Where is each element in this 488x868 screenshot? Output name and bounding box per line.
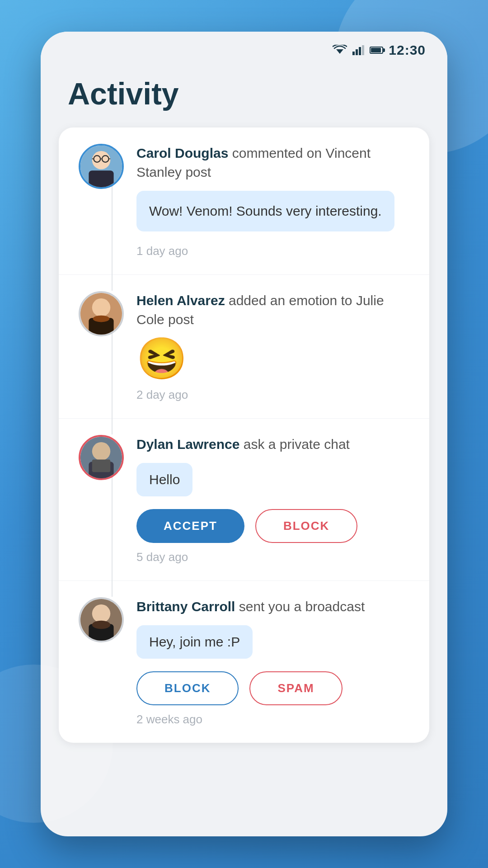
battery-icon bbox=[370, 47, 383, 54]
svg-rect-7 bbox=[89, 170, 113, 187]
svg-point-14 bbox=[92, 298, 110, 316]
svg-rect-20 bbox=[92, 460, 110, 472]
status-bar: 12:30 bbox=[41, 32, 447, 63]
svg-point-16 bbox=[93, 316, 110, 322]
battery-fill bbox=[371, 48, 381, 52]
helen-desc: Helen Alvarez added an emotion to Julie … bbox=[136, 291, 409, 329]
avatar-carol bbox=[79, 144, 124, 189]
activity-item-helen: Helen Alvarez added an emotion to Julie … bbox=[59, 275, 429, 419]
brittany-action: sent you a broadcast bbox=[239, 599, 365, 614]
svg-rect-3 bbox=[359, 47, 361, 55]
signal-icon bbox=[352, 45, 364, 55]
brittany-time: 2 weeks ago bbox=[136, 712, 409, 726]
avatar-brittany bbox=[79, 597, 124, 642]
svg-marker-0 bbox=[336, 49, 343, 54]
brittany-avatar-img bbox=[80, 599, 122, 641]
brittany-message: Hey, join me :P bbox=[136, 625, 253, 659]
status-time: 12:30 bbox=[389, 42, 426, 58]
svg-point-6 bbox=[92, 151, 110, 169]
wifi-icon bbox=[333, 45, 347, 56]
helen-emoji: 😆 bbox=[136, 338, 409, 379]
svg-rect-4 bbox=[362, 45, 364, 55]
dylan-actions: ACCEPT BLOCK bbox=[136, 509, 409, 543]
svg-point-18 bbox=[92, 442, 110, 460]
dylan-time: 5 day ago bbox=[136, 550, 409, 564]
brittany-username: Brittany Carroll bbox=[136, 599, 235, 614]
phone-frame: 12:30 Activity bbox=[41, 32, 447, 836]
helen-avatar-img bbox=[80, 293, 122, 335]
svg-rect-1 bbox=[352, 52, 355, 55]
svg-point-24 bbox=[92, 621, 110, 629]
status-icons: 12:30 bbox=[333, 42, 426, 58]
carol-desc: Carol Douglas commented on Vincent Stanl… bbox=[136, 144, 409, 182]
timeline-line-1 bbox=[112, 182, 113, 291]
svg-rect-2 bbox=[356, 49, 358, 55]
accept-button[interactable]: ACCEPT bbox=[136, 509, 244, 543]
dylan-action: ask a private chat bbox=[244, 437, 350, 452]
carol-username: Carol Douglas bbox=[136, 146, 228, 160]
carol-content: Carol Douglas commented on Vincent Stanl… bbox=[136, 144, 409, 258]
dylan-desc: Dylan Lawrence ask a private chat bbox=[136, 435, 409, 454]
activity-item-carol: Carol Douglas commented on Vincent Stanl… bbox=[59, 127, 429, 275]
carol-comment: Wow! Venom! Sounds very interesting. bbox=[136, 191, 394, 231]
activity-card: Carol Douglas commented on Vincent Stanl… bbox=[59, 127, 429, 743]
avatar-dylan bbox=[79, 435, 124, 480]
avatar-helen bbox=[79, 291, 124, 336]
brittany-actions: BLOCK SPAM bbox=[136, 671, 409, 705]
dylan-content: Dylan Lawrence ask a private chat Hello … bbox=[136, 435, 409, 564]
dylan-username: Dylan Lawrence bbox=[136, 437, 239, 452]
dylan-message: Hello bbox=[136, 463, 192, 496]
timeline-line-3 bbox=[112, 473, 113, 597]
brittany-content: Brittany Carroll sent you a broadcast He… bbox=[136, 597, 409, 726]
helen-content: Helen Alvarez added an emotion to Julie … bbox=[136, 291, 409, 402]
svg-point-22 bbox=[92, 604, 110, 623]
dylan-avatar-img bbox=[80, 437, 122, 478]
carol-avatar-img bbox=[80, 146, 122, 187]
page-title: Activity bbox=[41, 63, 447, 127]
brittany-desc: Brittany Carroll sent you a broadcast bbox=[136, 597, 409, 616]
block-button-dylan[interactable]: BLOCK bbox=[255, 509, 357, 543]
activity-item-dylan: Dylan Lawrence ask a private chat Hello … bbox=[59, 419, 429, 581]
activity-item-brittany: Brittany Carroll sent you a broadcast He… bbox=[59, 581, 429, 743]
helen-time: 2 day ago bbox=[136, 388, 409, 402]
block-button-brittany[interactable]: BLOCK bbox=[136, 671, 239, 705]
spam-button[interactable]: SPAM bbox=[249, 671, 342, 705]
carol-time: 1 day ago bbox=[136, 244, 409, 258]
helen-username: Helen Alvarez bbox=[136, 293, 225, 308]
